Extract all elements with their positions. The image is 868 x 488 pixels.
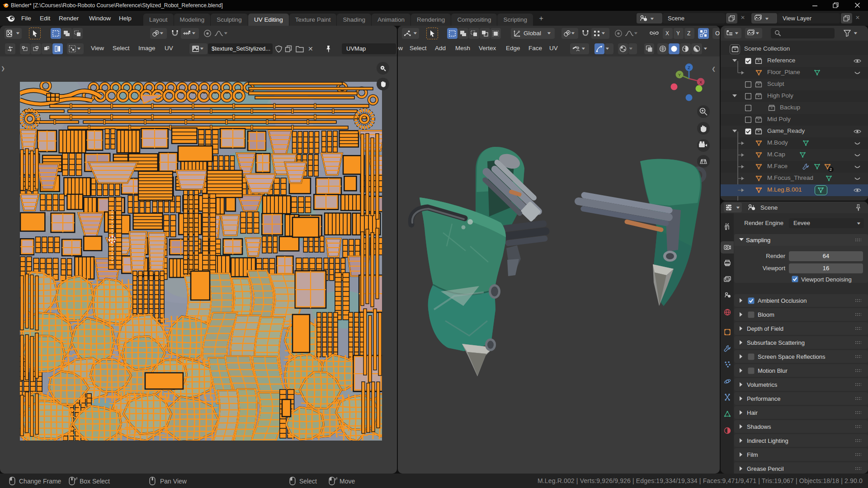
- svg-text:Y: Y: [678, 73, 681, 77]
- svg-text:❮: ❮: [712, 66, 716, 72]
- svg-text:X: X: [699, 80, 702, 84]
- svg-text:Z: Z: [688, 66, 690, 70]
